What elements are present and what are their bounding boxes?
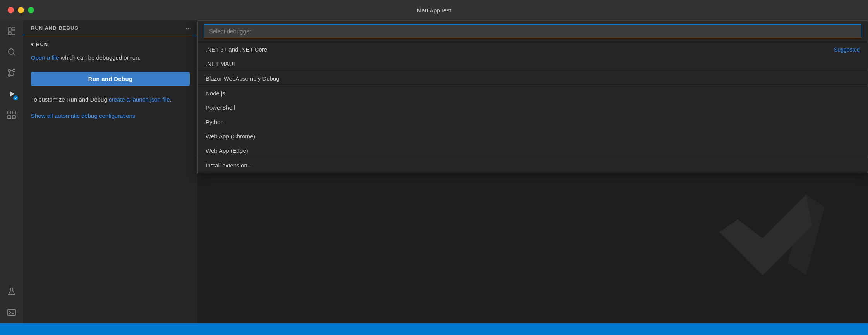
activity-bar <box>0 20 23 323</box>
item-label: .NET MAUI <box>206 60 235 67</box>
debugger-search-input[interactable] <box>204 24 861 38</box>
sidebar-header: RUN AND DEBUG ··· <box>23 20 197 35</box>
item-label: Node.js <box>206 90 225 97</box>
item-label: Python <box>206 119 224 125</box>
svg-point-4 <box>9 49 14 54</box>
extensions-icon[interactable] <box>5 108 19 122</box>
svg-rect-1 <box>12 28 15 30</box>
auto-debug-end: . <box>135 112 137 119</box>
sidebar-body-suffix: which can be debugged or run. <box>61 54 141 61</box>
close-button[interactable] <box>8 7 14 13</box>
item-label: Blazor WebAssembly Debug <box>206 75 280 82</box>
hint-prefix: To customize Run and Debug <box>31 96 107 103</box>
source-control-icon[interactable] <box>5 66 19 80</box>
sidebar-hint-text: To customize Run and Debug create a laun… <box>31 95 190 104</box>
list-item[interactable]: PowerShell <box>198 100 868 115</box>
list-item[interactable]: Python <box>198 115 868 129</box>
svg-rect-3 <box>8 32 11 35</box>
list-item[interactable]: Blazor WebAssembly Debug <box>198 71 868 86</box>
traffic-lights <box>8 7 34 13</box>
maximize-button[interactable] <box>28 7 34 13</box>
dropdown-search-container <box>198 21 868 42</box>
create-launch-link[interactable]: create a launch.json file <box>109 96 170 103</box>
list-item[interactable]: .NET 5+ and .NET Core Suggested <box>198 42 868 57</box>
svg-line-5 <box>14 54 16 56</box>
flask-icon[interactable] <box>5 285 19 299</box>
sidebar-body-text: Open a file which can be debugged or run… <box>31 54 190 62</box>
sidebar-title: RUN AND DEBUG <box>31 25 79 31</box>
minimize-button[interactable] <box>18 7 24 13</box>
svg-rect-12 <box>12 116 15 119</box>
run-section-chevron: ▾ <box>31 41 34 47</box>
svg-rect-2 <box>12 31 15 35</box>
open-file-link[interactable]: Open a file <box>31 54 59 61</box>
main-content: .NET 5+ and .NET Core Suggested .NET MAU… <box>197 20 868 323</box>
list-item[interactable]: .NET MAUI <box>198 57 868 71</box>
item-label: .NET 5+ and .NET Core <box>206 46 267 53</box>
auto-debug-label[interactable]: Show all automatic debug configurations <box>31 112 135 119</box>
list-item[interactable]: Web App (Edge) <box>198 143 868 158</box>
svg-rect-11 <box>8 116 11 119</box>
svg-rect-10 <box>12 111 15 114</box>
explorer-icon[interactable] <box>5 24 19 38</box>
sidebar-content: ▾ RUN Open a file which can be debugged … <box>23 35 197 323</box>
terminal-icon[interactable] <box>5 306 19 319</box>
window-title: MauiAppTest <box>417 7 451 14</box>
item-label: PowerShell <box>206 104 235 111</box>
svg-rect-13 <box>8 309 15 316</box>
svg-rect-9 <box>8 111 11 114</box>
title-bar: MauiAppTest <box>0 0 868 20</box>
run-debug-icon[interactable] <box>5 87 19 101</box>
sidebar: RUN AND DEBUG ··· ▾ RUN Open a file whic… <box>23 20 197 323</box>
svg-point-7 <box>13 69 15 72</box>
auto-debug-text[interactable]: Show all automatic debug configurations. <box>31 112 190 121</box>
search-icon[interactable] <box>5 45 19 59</box>
list-item[interactable]: Node.js <box>198 86 868 100</box>
suggested-label: Suggested <box>834 47 860 53</box>
debugger-list: .NET 5+ and .NET Core Suggested .NET MAU… <box>198 42 868 173</box>
status-bar <box>0 323 868 335</box>
svg-rect-0 <box>8 28 11 31</box>
debugger-dropdown: .NET 5+ and .NET Core Suggested .NET MAU… <box>197 20 868 173</box>
watermark <box>713 182 837 308</box>
item-label: Install extension... <box>206 162 252 169</box>
run-section-label: RUN <box>36 41 48 47</box>
run-section-header: ▾ RUN <box>31 41 190 47</box>
list-item[interactable]: Install extension... <box>198 158 868 173</box>
run-debug-button[interactable]: Run and Debug <box>31 72 190 86</box>
item-label: Web App (Chrome) <box>206 133 255 140</box>
list-item[interactable]: Web App (Chrome) <box>198 129 868 143</box>
hint-end: . <box>170 96 172 103</box>
item-label: Web App (Edge) <box>206 147 248 154</box>
sidebar-more-button[interactable]: ··· <box>185 24 191 32</box>
